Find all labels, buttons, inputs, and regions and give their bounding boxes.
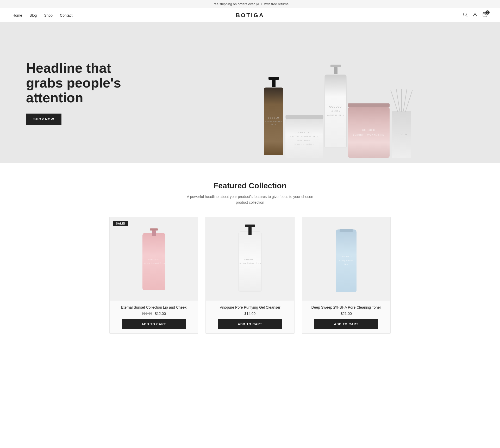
cart-badge: 0	[485, 10, 490, 15]
product-name-3: Deep Sweep 2% BHA Pore Cleaning Toner	[306, 305, 386, 309]
nav-left: Home Blog Shop Contact	[12, 13, 72, 17]
svg-point-2	[474, 13, 476, 15]
announcement-bar: Free shipping on orders over $100 with f…	[0, 0, 500, 8]
nav-link-home[interactable]: Home	[12, 13, 22, 17]
sale-badge-1: SALE!	[113, 221, 128, 226]
add-to-cart-button-3[interactable]: ADD TO CART	[314, 319, 378, 329]
product-sale-price-1: $12.00	[155, 312, 166, 316]
product-original-price-1: $16.00	[142, 312, 152, 315]
featured-title: Featured Collection	[12, 181, 488, 190]
svg-line-1	[466, 16, 467, 17]
nav-right: 0	[463, 12, 488, 18]
user-icon[interactable]	[472, 12, 478, 18]
add-to-cart-button-2[interactable]: ADD TO CART	[218, 319, 282, 329]
product-image-3: COCOLOLuxury Natural Skin	[302, 217, 390, 301]
product-card-3: COCOLOLuxury Natural Skin Deep Sweep 2% …	[302, 217, 391, 334]
product-info-1: Eternal Sunset Collection Lip and Cheek …	[110, 301, 198, 333]
site-logo[interactable]: BOTIGA	[236, 12, 264, 19]
product-name-1: Eternal Sunset Collection Lip and Cheek	[114, 305, 194, 309]
product-image-1: SALE! COCOLOLuxury Natural Skin	[110, 217, 198, 301]
product-price-1: $16.00 $12.00	[114, 312, 194, 316]
add-to-cart-button-1[interactable]: ADD TO CART	[122, 319, 186, 329]
product-image-2: COCOLOLuxury Natural Skin	[206, 217, 294, 301]
product-name-2: Vinopure Pore Purifying Gel Cleanser	[210, 305, 290, 309]
featured-subtitle: A powerful headline about your product's…	[182, 194, 318, 206]
product-regular-price-2: $14.00	[245, 312, 256, 316]
product-card-1: SALE! COCOLOLuxury Natural Skin Eternal …	[109, 217, 198, 334]
product-regular-price-3: $21.00	[341, 312, 352, 316]
header: Home Blog Shop Contact BOTIGA 0	[0, 8, 500, 22]
nav-link-shop[interactable]: Shop	[44, 13, 53, 17]
hero-products: COCOLOLUXURY NATURAL SKIN COCOLOLUXURY N…	[175, 22, 500, 163]
cart-icon[interactable]: 0	[482, 12, 488, 18]
svg-point-0	[463, 13, 466, 16]
announcement-text: Free shipping on orders over $100 with f…	[211, 2, 289, 6]
shop-now-button[interactable]: SHOP NOW	[26, 114, 61, 125]
product-card-2: COCOLOLuxury Natural Skin Vinopure Pore …	[205, 217, 294, 334]
product-price-3: $21.00	[306, 312, 386, 316]
hero-content: Headline that grabs people's attention S…	[0, 61, 151, 125]
featured-section: Featured Collection A powerful headline …	[0, 163, 500, 347]
product-info-2: Vinopure Pore Purifying Gel Cleanser $14…	[206, 301, 294, 333]
nav-link-blog[interactable]: Blog	[29, 13, 37, 17]
product-price-2: $14.00	[210, 312, 290, 316]
product-info-3: Deep Sweep 2% BHA Pore Cleaning Toner $2…	[302, 301, 390, 333]
search-icon[interactable]	[463, 12, 468, 18]
nav-link-contact[interactable]: Contact	[60, 13, 72, 17]
product-grid: SALE! COCOLOLuxury Natural Skin Eternal …	[109, 217, 391, 334]
hero-section: Headline that grabs people's attention S…	[0, 22, 500, 163]
hero-title: Headline that grabs people's attention	[26, 61, 151, 105]
